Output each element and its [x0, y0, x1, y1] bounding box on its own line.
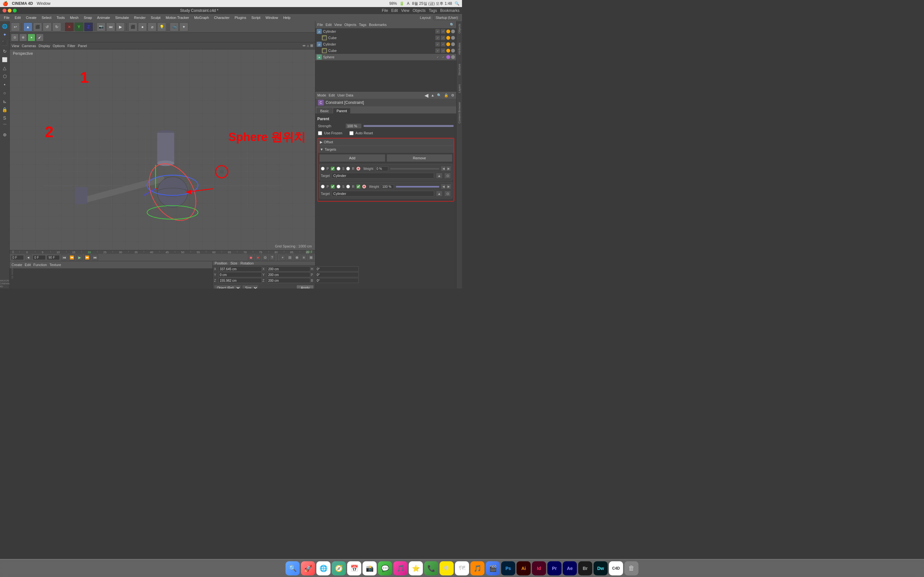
obj-item-cylinder2[interactable]: ⌀ Cylinder ✓ ✓	[315, 41, 456, 47]
obj-item-cylinder1[interactable]: ⌀ Cylinder ✓ ✓	[315, 28, 456, 35]
search-icon[interactable]: 🔍	[455, 1, 459, 6]
flag-check4[interactable]: ✓	[441, 48, 445, 53]
menu-entry-character[interactable]: Character	[212, 16, 231, 19]
toolbar-live-select[interactable]: ↺	[43, 23, 52, 31]
attr-settings-icon[interactable]: ⚙	[451, 93, 454, 97]
key-nav-btn[interactable]: ⊕	[294, 255, 300, 260]
toolbar-null[interactable]: ✦	[179, 23, 188, 31]
layout-value[interactable]: Startup (User)	[433, 15, 460, 20]
tgt2-weight-field[interactable]	[381, 184, 394, 189]
flag-check1[interactable]: ✓	[441, 29, 445, 34]
tool-maxon[interactable]: MAXONCINEMA4D	[1, 279, 9, 287]
remove-target-btn[interactable]: Remove	[387, 154, 453, 162]
minimize-btn[interactable]	[8, 9, 11, 13]
maximize-btn[interactable]	[13, 9, 17, 13]
obj-bookmarks[interactable]: Bookmarks	[369, 23, 387, 27]
tool-s[interactable]: S	[1, 114, 9, 122]
main-viewport[interactable]: Perspective Grid Spacing : 1000 cm 1 2 S…	[10, 49, 315, 250]
size-mode-dropdown[interactable]: Size	[242, 285, 258, 288]
toolbar-undo[interactable]: ↩	[11, 23, 20, 31]
material-function[interactable]: Function	[33, 263, 47, 267]
toolbar-select-all[interactable]: ▲	[23, 23, 32, 31]
flag-vis3[interactable]: ✓	[435, 42, 440, 47]
tool-snap[interactable]: 🔒	[1, 106, 9, 113]
obj-objects[interactable]: Objects	[344, 23, 356, 27]
auto-key-btn[interactable]: ⊙	[262, 255, 268, 260]
toolbar-camera[interactable]: 📹	[170, 23, 179, 31]
tab-parent[interactable]: Parent	[333, 108, 351, 113]
tool-curve[interactable]: ⌒	[1, 122, 9, 130]
toolbar-light[interactable]: 💡	[157, 23, 166, 31]
menu-entry-mograph[interactable]: MoGraph	[192, 16, 211, 19]
attr-edit[interactable]: Edit	[329, 93, 335, 97]
tgt1-name-field[interactable]	[332, 173, 434, 179]
tgt2-weight-slider[interactable]	[396, 186, 439, 187]
skip-start-btn[interactable]: ⏮	[61, 255, 67, 260]
tool-measure[interactable]: ⊾	[1, 97, 9, 105]
toolbar-box-select[interactable]: ⬛	[33, 23, 42, 31]
obj-edit[interactable]: Edit	[326, 23, 332, 27]
prev-btn[interactable]: ⏪	[69, 255, 75, 260]
vp-menu-display[interactable]: Display	[39, 44, 50, 48]
search-icon-obj[interactable]: 🔍	[450, 23, 454, 27]
toolbar-render[interactable]: 📷	[97, 23, 105, 31]
py-field[interactable]	[218, 272, 262, 277]
tool-move[interactable]: ✦	[1, 31, 9, 39]
menu-entry-mesh[interactable]: Mesh	[68, 16, 81, 19]
toolbar-y-axis[interactable]: Y	[74, 23, 83, 31]
vp-menu-cameras[interactable]: Cameras	[22, 44, 36, 48]
tgt1-weight-field[interactable]	[375, 166, 388, 171]
toolbar2-sphere2[interactable]: ●	[27, 34, 35, 41]
menu-entry-sculpt[interactable]: Sculpt	[149, 16, 163, 19]
add-target-btn[interactable]: Add	[319, 154, 385, 162]
toolbar2-point[interactable]: ⊙	[11, 34, 19, 41]
tgt1-p-check[interactable]	[331, 167, 334, 171]
end-frame-input[interactable]	[47, 255, 60, 260]
side-tab-objects[interactable]: Objects	[457, 23, 462, 35]
tgt1-weight-slider[interactable]	[390, 168, 439, 169]
toolbar-render2[interactable]: ⏮	[106, 23, 115, 31]
toolbar-cylinder[interactable]: ⌀	[148, 23, 157, 31]
play-btn[interactable]: ▶	[76, 255, 83, 260]
offset-header[interactable]: ▶ Offset	[318, 139, 454, 145]
tgt1-r-radio[interactable]	[346, 167, 350, 171]
menubar-cinema4d[interactable]: CINEMA 4D	[12, 1, 33, 6]
flag-vis4[interactable]: ✓	[435, 48, 440, 53]
menu-file[interactable]: File	[382, 8, 388, 13]
tgt2-p-check[interactable]	[331, 185, 334, 189]
menu-entry-tools[interactable]: Tools	[55, 16, 67, 19]
obj-item-sphere[interactable]: ● Sphere ✓ ✓	[315, 54, 456, 60]
strength-slider[interactable]	[363, 125, 454, 127]
tgt2-s-radio[interactable]	[336, 185, 341, 189]
vp-icon-home[interactable]: ⌂	[307, 44, 309, 48]
tool-scale[interactable]: ⬛	[1, 39, 9, 47]
toolbar-sphere[interactable]: ●	[138, 23, 147, 31]
attr-userdata[interactable]: User Data	[338, 93, 354, 97]
apple-icon[interactable]: 🍎	[3, 1, 8, 6]
next-btn[interactable]: ⏩	[84, 255, 90, 260]
obj-tags[interactable]: Tags	[359, 23, 367, 27]
obj-item-cube1[interactable]: ⬛ Cube ✓ ✓	[315, 35, 456, 41]
tgt2-r-radio[interactable]	[346, 185, 350, 189]
tgt1-nav-left[interactable]: ◀	[441, 166, 446, 171]
menu-entry-render[interactable]: Render	[132, 16, 148, 19]
px-field[interactable]	[218, 266, 262, 271]
menu-entry-script[interactable]: Script	[249, 16, 262, 19]
tgt1-w-radio[interactable]	[357, 167, 360, 171]
sz-field[interactable]	[267, 278, 310, 283]
tool-rotate[interactable]: ↻	[1, 47, 9, 55]
menu-entry-motiontracker[interactable]: Motion Tracker	[164, 16, 191, 19]
tgt2-name-field[interactable]	[332, 191, 434, 197]
rb-field[interactable]	[315, 278, 359, 283]
mark-20[interactable]: 20	[81, 251, 97, 254]
toolbar-ring-select[interactable]: ↻	[52, 23, 61, 31]
help-btn[interactable]: ?	[269, 255, 275, 260]
key-add-btn[interactable]: +	[280, 255, 286, 260]
rp-field[interactable]	[315, 272, 359, 277]
attr-search-icon[interactable]: 🔍	[437, 93, 441, 97]
obj-view[interactable]: View	[334, 23, 342, 27]
toolbar-cube[interactable]: ⬛	[128, 23, 137, 31]
pz-field[interactable]	[218, 278, 262, 283]
menu-edit[interactable]: Edit	[391, 8, 398, 13]
menu-bookmarks[interactable]: Bookmarks	[440, 8, 459, 13]
